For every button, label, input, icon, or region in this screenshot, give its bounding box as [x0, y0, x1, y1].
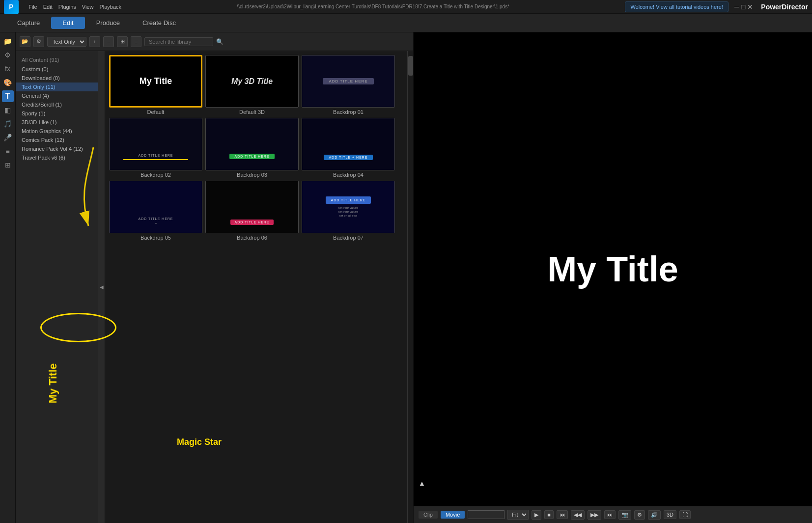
produce-btn[interactable]: Produce	[85, 17, 131, 29]
grid-scrollbar[interactable]	[407, 51, 413, 523]
library-toolbar: 📂 ⚙ Text Only + − ⊞ ≡ 🔍	[16, 32, 413, 51]
grid-row-3: ADD TITLE HERE ✦ Backdrop 05 ADD TITLE H…	[109, 181, 403, 241]
clip-tab[interactable]: Clip	[419, 511, 438, 519]
grid-label-default: Default	[109, 109, 202, 115]
grid-item-backdrop04[interactable]: ADD TITLE + HERE Backdrop 04	[302, 118, 395, 178]
settings-btn[interactable]: ⚙	[634, 510, 645, 520]
step-back-btn[interactable]: ◀◀	[571, 510, 585, 520]
menu-bar: File Edit Plugins View Playback	[28, 4, 121, 10]
category-tree: All Content (91) Custom (0) Downloaded (…	[16, 51, 98, 523]
grid-label-backdrop04: Backdrop 04	[302, 172, 395, 178]
grid-row-1: My Title Default My 3D Title Default 3D	[109, 55, 403, 115]
grid-label-default3d: Default 3D	[205, 109, 299, 115]
grid-item-backdrop01[interactable]: ADD TITLE HERE Backdrop 01	[302, 55, 395, 115]
grid-view-btn[interactable]: ⊞	[117, 36, 128, 47]
timecode-input[interactable]: 00 : 00 : 00 : 00	[468, 510, 504, 519]
app-logo: P	[4, 0, 19, 14]
grid-label-backdrop06: Backdrop 06	[205, 235, 299, 241]
all-content-label[interactable]: All Content (91)	[16, 55, 98, 65]
sidebar-icon-audio[interactable]: 🎵	[2, 118, 14, 130]
grid-item-default3d[interactable]: My 3D Title Default 3D	[205, 55, 299, 115]
sidebar-icon-import[interactable]: 📁	[2, 35, 14, 47]
sidebar-icons: 📁 ⚙ fx 🎨 T ◧ 🎵 🎤 ≡ ⊞	[0, 32, 16, 523]
sidebar-icon-effects[interactable]: ⚙	[2, 49, 14, 61]
volume-btn[interactable]: 🔊	[648, 510, 661, 520]
grid-item-backdrop06[interactable]: ADD TITLE HERE Backdrop 06	[205, 181, 299, 241]
close-btn[interactable]: ✕	[747, 3, 753, 11]
search-icon: 🔍	[216, 38, 224, 45]
next-btn[interactable]: ⏭	[604, 510, 616, 519]
library-panel: 📂 ⚙ Text Only + − ⊞ ≡ 🔍 All Content (91)…	[16, 32, 414, 523]
cat-comics[interactable]: Comics Pack (12)	[16, 136, 98, 144]
prev-btn[interactable]: ⏮	[557, 510, 568, 519]
warning-icon: ▲	[419, 479, 425, 487]
scrollbar-thumb[interactable]	[408, 56, 413, 76]
top-nav: Capture Edit Produce Create Disc	[0, 14, 812, 32]
create-disc-btn[interactable]: Create Disc	[131, 17, 187, 29]
capture-btn[interactable]: Capture	[6, 17, 51, 29]
3d-thumb-text: My 3D Title	[231, 77, 273, 86]
cat-custom[interactable]: Custom (0)	[16, 65, 98, 74]
title-bar: P File Edit Plugins View Playback \\cl-r…	[0, 0, 812, 14]
grid-item-backdrop07[interactable]: ADD TITLE HERE set your values set your …	[302, 181, 395, 241]
maximize-btn[interactable]: □	[741, 3, 745, 11]
menu-view[interactable]: View	[82, 4, 94, 10]
collapse-btn[interactable]: ◀	[98, 51, 105, 523]
default-thumb-text: My Title	[140, 76, 172, 86]
preview-controls: Clip Movie 00 : 00 : 00 : 00 Fit ▶ ■ ⏮ ◀…	[414, 506, 812, 523]
cat-motion[interactable]: Motion Graphics (44)	[16, 127, 98, 136]
sidebar-icon-title[interactable]: T	[2, 90, 14, 102]
grid-label-backdrop05: Backdrop 05	[109, 235, 202, 241]
file-path: \\cl-rdserver2\Upload\2Wilbur_liang\Lear…	[125, 4, 621, 9]
grid-item-backdrop03[interactable]: ADD TITLE HERE Backdrop 03	[205, 118, 299, 178]
minimize-btn[interactable]: ─	[734, 3, 739, 11]
cat-downloaded[interactable]: Downloaded (0)	[16, 74, 98, 83]
grid-item-backdrop05[interactable]: ADD TITLE HERE ✦ Backdrop 05	[109, 181, 202, 241]
menu-playback[interactable]: Playback	[99, 4, 121, 10]
sidebar-icon-chapter[interactable]: ⊞	[2, 159, 14, 171]
cat-travel[interactable]: Travel Pack v6 (6)	[16, 153, 98, 162]
sidebar-icon-fx[interactable]: fx	[2, 63, 14, 75]
main-area: 📁 ⚙ fx 🎨 T ◧ 🎵 🎤 ≡ ⊞ 📂 ⚙ Text Only + − ⊞…	[0, 32, 812, 523]
list-view-btn[interactable]: ≡	[131, 36, 141, 47]
menu-file[interactable]: File	[28, 4, 37, 10]
movie-tab[interactable]: Movie	[441, 511, 465, 519]
grid-row-2: ADD TITLE HERE Backdrop 02 ADD TITLE HER…	[109, 118, 403, 178]
sidebar-icon-voiceover[interactable]: 🎤	[2, 132, 14, 143]
preview-title: My Title	[547, 249, 678, 289]
play-btn[interactable]: ▶	[532, 510, 541, 520]
fullscreen-btn[interactable]: ⛶	[679, 510, 691, 519]
3d-btn[interactable]: 3D	[664, 510, 676, 519]
remove-btn[interactable]: −	[103, 36, 114, 47]
grid-area: My Title Default My 3D Title Default 3D	[105, 51, 407, 523]
grid-item-default[interactable]: My Title Default	[109, 55, 202, 115]
menu-plugins[interactable]: Plugins	[58, 4, 76, 10]
cat-romance[interactable]: Romance Pack Vol.4 (12)	[16, 144, 98, 153]
sidebar-icon-transitions[interactable]: ◧	[2, 104, 14, 116]
import-btn[interactable]: 📂	[20, 36, 30, 47]
grid-label-backdrop02: Backdrop 02	[109, 172, 202, 178]
cat-text-only[interactable]: Text Only (11)	[16, 83, 98, 91]
cat-3d[interactable]: 3D/3D-Like (1)	[16, 118, 98, 127]
grid-label-backdrop03: Backdrop 03	[205, 172, 299, 178]
stop-btn[interactable]: ■	[544, 510, 554, 519]
sidebar-icon-subtitles[interactable]: ≡	[2, 145, 14, 157]
search-input[interactable]	[144, 37, 213, 46]
fit-select[interactable]: Fit	[507, 510, 529, 520]
step-fwd-btn[interactable]: ▶▶	[588, 510, 601, 520]
grid-item-backdrop02[interactable]: ADD TITLE HERE Backdrop 02	[109, 118, 202, 178]
preview-video: My Title ▲	[414, 32, 812, 506]
snapshot-btn[interactable]: 📷	[618, 510, 631, 520]
menu-edit[interactable]: Edit	[43, 4, 53, 10]
filter-dropdown[interactable]: Text Only	[47, 37, 86, 47]
filter-btn[interactable]: ⚙	[33, 36, 44, 47]
cat-sporty[interactable]: Sporty (1)	[16, 109, 98, 118]
cat-credits[interactable]: Credits/Scroll (1)	[16, 100, 98, 109]
grid-label-backdrop01: Backdrop 01	[302, 109, 395, 115]
preview-panel: My Title ▲ Clip Movie 00 : 00 : 00 : 00 …	[414, 32, 812, 523]
cat-general[interactable]: General (4)	[16, 91, 98, 100]
sidebar-icon-color[interactable]: 🎨	[2, 77, 14, 88]
add-btn[interactable]: +	[89, 36, 100, 47]
edit-btn[interactable]: Edit	[51, 17, 84, 29]
welcome-banner[interactable]: Welcome! View all tutorial videos here!	[625, 1, 728, 12]
